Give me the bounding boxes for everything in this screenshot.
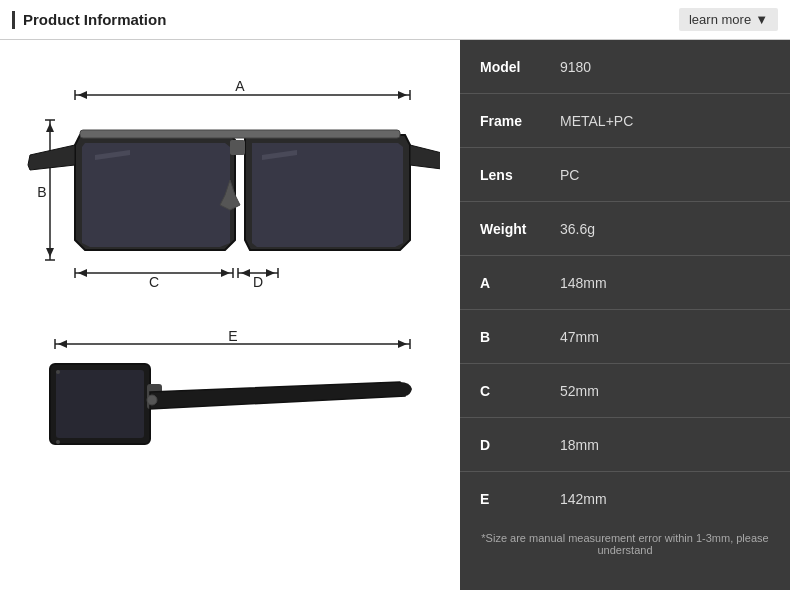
svg-rect-13 [80, 130, 400, 138]
svg-marker-29 [58, 340, 67, 348]
spec-label: Lens [480, 167, 560, 183]
svg-marker-4 [398, 91, 407, 99]
svg-rect-33 [56, 370, 144, 438]
spec-label: B [480, 329, 560, 345]
spec-label: A [480, 275, 560, 291]
spec-row: D18mm [460, 418, 790, 472]
diagram-panel: A B [0, 40, 460, 590]
svg-marker-9 [46, 123, 54, 132]
svg-marker-30 [398, 340, 407, 348]
svg-marker-24 [266, 269, 275, 277]
svg-marker-3 [78, 91, 87, 99]
spec-value: 47mm [560, 329, 599, 345]
header-left: Product Information [12, 11, 166, 29]
svg-rect-12 [230, 140, 245, 155]
svg-text:D: D [253, 274, 263, 290]
spec-value: 18mm [560, 437, 599, 453]
spec-label: Frame [480, 113, 560, 129]
svg-marker-18 [221, 269, 230, 277]
spec-value: 9180 [560, 59, 591, 75]
svg-text:E: E [228, 328, 237, 344]
page-title: Product Information [23, 11, 166, 28]
spec-label: C [480, 383, 560, 399]
main-content: A B [0, 40, 790, 590]
spec-label: D [480, 437, 560, 453]
footnote: *Size are manual measurement error withi… [460, 526, 790, 562]
learn-more-button[interactable]: learn more ▼ [679, 8, 778, 31]
chevron-down-icon: ▼ [755, 12, 768, 27]
spec-row: LensPC [460, 148, 790, 202]
learn-more-label: learn more [689, 12, 751, 27]
front-view-svg: A B [20, 60, 440, 300]
spec-row: C52mm [460, 364, 790, 418]
spec-label: E [480, 491, 560, 507]
spec-value: PC [560, 167, 579, 183]
side-diagram: E [20, 324, 440, 528]
spec-value: 142mm [560, 491, 607, 507]
svg-text:A: A [235, 78, 245, 94]
spec-value: METAL+PC [560, 113, 633, 129]
specs-table: Model9180FrameMETAL+PCLensPCWeight36.6gA… [460, 40, 790, 526]
svg-point-35 [147, 395, 157, 405]
spec-row: E142mm [460, 472, 790, 526]
header-accent [12, 11, 15, 29]
spec-row: Weight36.6g [460, 202, 790, 256]
svg-text:B: B [37, 184, 46, 200]
side-view-svg: E [20, 324, 440, 524]
front-diagram: A B [20, 60, 440, 304]
spec-row: FrameMETAL+PC [460, 94, 790, 148]
spec-label: Model [480, 59, 560, 75]
spec-row: A148mm [460, 256, 790, 310]
spec-value: 148mm [560, 275, 607, 291]
spec-row: B47mm [460, 310, 790, 364]
spec-row: Model9180 [460, 40, 790, 94]
spec-label: Weight [480, 221, 560, 237]
specs-panel: Model9180FrameMETAL+PCLensPCWeight36.6gA… [460, 40, 790, 590]
spec-value: 36.6g [560, 221, 595, 237]
svg-marker-17 [78, 269, 87, 277]
page-header: Product Information learn more ▼ [0, 0, 790, 40]
svg-text:C: C [149, 274, 159, 290]
svg-marker-10 [46, 248, 54, 257]
svg-marker-23 [241, 269, 250, 277]
svg-point-36 [56, 370, 60, 374]
spec-value: 52mm [560, 383, 599, 399]
svg-point-37 [56, 440, 60, 444]
